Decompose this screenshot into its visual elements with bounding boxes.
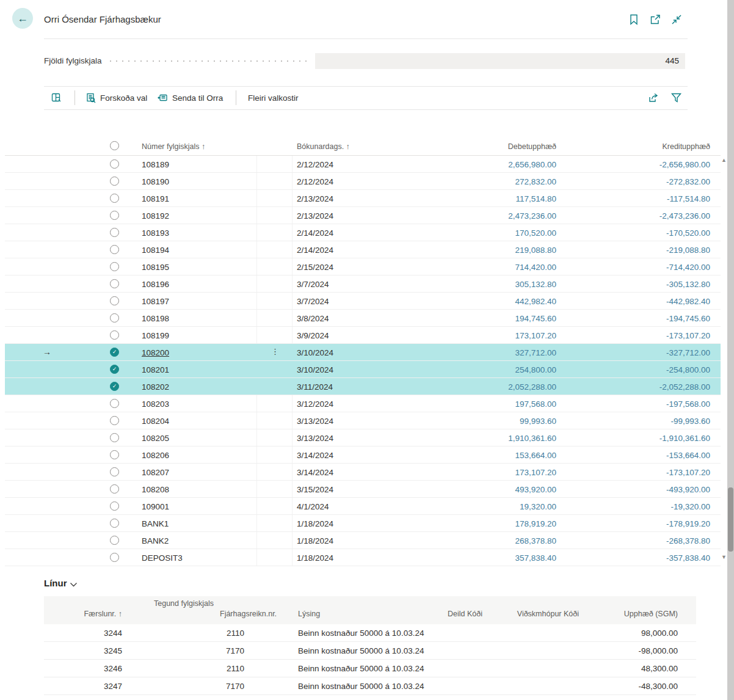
document-number-link[interactable]: 108204 [142, 416, 258, 426]
credit-amount-link[interactable]: -714,420.00 [588, 262, 710, 272]
grid-column-header-num[interactable]: Númer fylgiskjals ↑ [142, 142, 258, 151]
debit-amount-link[interactable]: 153,664.00 [434, 450, 556, 461]
back-button[interactable]: ← [12, 8, 33, 29]
bookmark-icon[interactable] [628, 13, 640, 26]
row-checkbox[interactable] [110, 519, 119, 528]
preview-selection-button[interactable]: Forskoða val [85, 89, 147, 106]
row-checkbox[interactable] [110, 211, 119, 220]
document-number-link[interactable]: 108206 [142, 450, 258, 461]
lines-column-header-dept[interactable]: Deild Kóði [421, 608, 482, 619]
row-checkbox[interactable] [110, 228, 119, 237]
row-checkbox[interactable] [110, 159, 119, 169]
credit-amount-link[interactable]: -327,712.00 [588, 348, 710, 358]
table-row[interactable]: 1082083/15/2024493,920.00-493,920.00 [0, 481, 734, 498]
table-row[interactable]: 1081932/14/2024170,520.00-170,520.00 [0, 224, 734, 241]
row-checkbox[interactable] [110, 536, 119, 545]
row-checkbox[interactable] [110, 450, 119, 459]
credit-amount-link[interactable]: -2,052,288.00 [588, 382, 710, 392]
credit-amount-link[interactable]: -178,919.20 [588, 519, 710, 529]
row-checkbox[interactable] [110, 553, 119, 562]
credit-amount-link[interactable]: -268,378.80 [588, 536, 710, 546]
row-checkbox[interactable] [110, 245, 119, 254]
document-number-link[interactable]: 108208 [142, 484, 258, 495]
document-number-link[interactable]: 108195 [142, 262, 258, 272]
row-checkbox-checked[interactable]: ✓ [110, 348, 119, 357]
row-checkbox[interactable] [110, 330, 119, 340]
page-scrollbar-thumb[interactable] [728, 487, 733, 552]
debit-amount-link[interactable]: 117,514.80 [434, 194, 556, 204]
debit-amount-link[interactable]: 170,520.00 [434, 228, 556, 238]
view-options-button[interactable] [51, 89, 62, 106]
lines-column-header-desc[interactable]: Lýsing [298, 608, 420, 619]
table-row[interactable]: DEPOSIT31/18/2024357,838.40-357,838.40 [0, 549, 734, 566]
table-row[interactable]: 1081952/15/2024714,420.00-714,420.00 [0, 258, 734, 275]
credit-amount-link[interactable]: -254,800.00 [588, 365, 710, 375]
debit-amount-link[interactable]: 1,910,361.60 [434, 433, 556, 443]
credit-amount-link[interactable]: -117,514.80 [588, 194, 710, 204]
document-number-link[interactable]: 108192 [142, 211, 258, 221]
row-checkbox-checked[interactable]: ✓ [110, 382, 119, 391]
credit-amount-link[interactable]: -194,745.60 [588, 313, 710, 324]
document-count-field[interactable]: 445 [315, 53, 685, 69]
document-number-link[interactable]: 108200 [142, 348, 258, 358]
filter-button[interactable] [670, 92, 683, 104]
page-scrollbar-track[interactable] [727, 0, 734, 700]
table-row[interactable]: ✓1082023/11/20242,052,288.00-2,052,288.0… [0, 378, 734, 395]
document-number-link[interactable]: BANK1 [142, 519, 258, 529]
document-number-link[interactable]: 109001 [142, 501, 258, 512]
credit-amount-link[interactable]: -1,910,361.60 [588, 433, 710, 443]
debit-amount-link[interactable]: 19,320.00 [434, 501, 556, 512]
document-number-link[interactable]: BANK2 [142, 536, 258, 546]
credit-amount-link[interactable]: -219,088.80 [588, 245, 710, 255]
row-checkbox[interactable] [110, 501, 119, 511]
credit-amount-link[interactable]: -173,107.20 [588, 467, 710, 478]
send-to-orri-button[interactable]: Senda til Orra [158, 89, 223, 106]
row-checkbox[interactable] [110, 399, 119, 408]
debit-amount-link[interactable]: 2,052,288.00 [434, 382, 556, 392]
select-all-radio[interactable] [110, 141, 119, 150]
grid-column-header-debit[interactable]: Debetupphæð [434, 142, 556, 151]
credit-amount-link[interactable]: -99,993.60 [588, 416, 710, 426]
table-row[interactable]: 1081892/12/20242,656,980.00-2,656,980.00 [0, 156, 734, 173]
open-in-new-window-icon[interactable] [649, 13, 661, 26]
row-checkbox[interactable] [110, 262, 119, 271]
debit-amount-link[interactable]: 178,919.20 [434, 519, 556, 529]
document-number-link[interactable]: 108194 [142, 245, 258, 255]
debit-amount-link[interactable]: 357,838.40 [434, 553, 556, 563]
credit-amount-link[interactable]: -173,107.20 [588, 330, 710, 341]
lines-table-row[interactable]: 32442110Beinn kostnaður 50000 á 10.03.24… [44, 624, 696, 642]
row-checkbox[interactable] [110, 484, 119, 494]
table-row[interactable]: 1090014/1/202419,320.00-19,320.00 [0, 498, 734, 515]
row-checkbox[interactable] [110, 313, 119, 323]
lines-table-row[interactable]: 32477170Beinn kostnaður 50000 á 10.03.24… [44, 677, 696, 695]
debit-amount-link[interactable]: 272,832.00 [434, 177, 556, 187]
credit-amount-link[interactable]: -153,664.00 [588, 450, 710, 461]
lines-table-row[interactable]: 32457170Beinn kostnaður 50000 á 10.03.24… [44, 642, 696, 660]
document-number-link[interactable]: 108197 [142, 296, 258, 307]
table-row[interactable]: ✓1082013/10/2024254,800.00-254,800.00 [0, 361, 734, 378]
row-checkbox[interactable] [110, 279, 119, 288]
document-number-link[interactable]: 108193 [142, 228, 258, 238]
grid-scroll-up-button[interactable]: ▲ [721, 157, 727, 163]
table-row[interactable]: 1081993/9/2024173,107.20-173,107.20 [0, 327, 734, 344]
row-checkbox[interactable] [110, 467, 119, 476]
document-number-link[interactable]: 108202 [142, 382, 258, 392]
document-number-link[interactable]: 108196 [142, 279, 258, 290]
grid-column-header-date[interactable]: Bókunardags. ↑ [297, 142, 388, 151]
lines-collapse-chevron[interactable] [70, 582, 78, 588]
row-checkbox[interactable] [110, 433, 119, 442]
credit-amount-link[interactable]: -272,832.00 [588, 177, 710, 187]
debit-amount-link[interactable]: 194,745.60 [434, 313, 556, 324]
document-number-link[interactable]: 108189 [142, 159, 258, 170]
table-row[interactable]: 1081922/13/20242,473,236.00-2,473,236.00 [0, 207, 734, 224]
debit-amount-link[interactable]: 173,107.20 [434, 330, 556, 341]
table-row[interactable]: 1082053/13/20241,910,361.60-1,910,361.60 [0, 429, 734, 447]
table-row[interactable]: 1081942/14/2024219,088.80-219,088.80 [0, 241, 734, 258]
table-row[interactable]: 1081973/7/2024442,982.40-442,982.40 [0, 293, 734, 310]
table-row[interactable]: 1082063/14/2024153,664.00-153,664.00 [0, 447, 734, 464]
row-checkbox[interactable] [110, 177, 119, 186]
debit-amount-link[interactable]: 442,982.40 [434, 296, 556, 307]
debit-amount-link[interactable]: 197,568.00 [434, 399, 556, 409]
document-number-link[interactable]: 108198 [142, 313, 258, 324]
document-number-link[interactable]: 108191 [142, 194, 258, 204]
